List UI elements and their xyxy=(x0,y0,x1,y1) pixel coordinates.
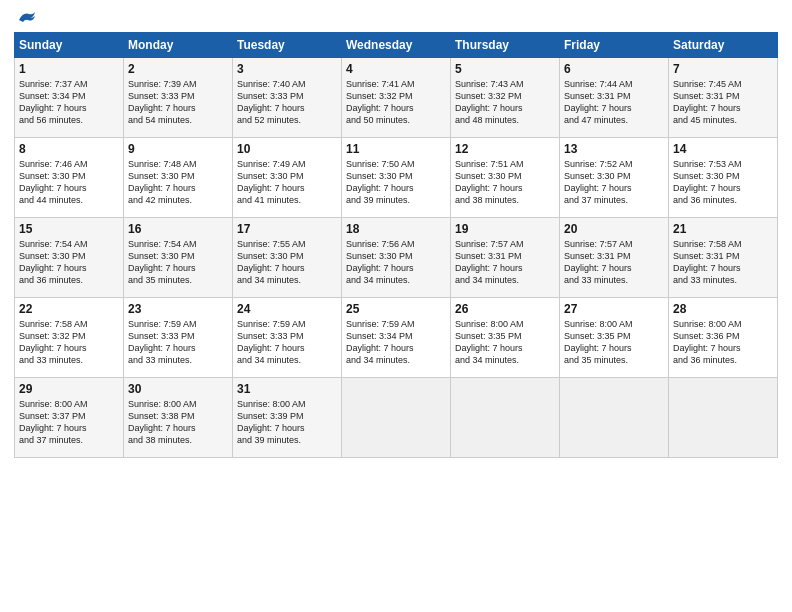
calendar-cell: 21Sunrise: 7:58 AM Sunset: 3:31 PM Dayli… xyxy=(669,218,778,298)
day-info: Sunrise: 7:40 AM Sunset: 3:33 PM Dayligh… xyxy=(237,78,337,127)
calendar-cell: 12Sunrise: 7:51 AM Sunset: 3:30 PM Dayli… xyxy=(451,138,560,218)
day-number: 9 xyxy=(128,142,228,156)
day-info: Sunrise: 7:55 AM Sunset: 3:30 PM Dayligh… xyxy=(237,238,337,287)
calendar-cell: 27Sunrise: 8:00 AM Sunset: 3:35 PM Dayli… xyxy=(560,298,669,378)
col-header-wednesday: Wednesday xyxy=(342,33,451,58)
day-info: Sunrise: 7:59 AM Sunset: 3:34 PM Dayligh… xyxy=(346,318,446,367)
day-info: Sunrise: 7:58 AM Sunset: 3:32 PM Dayligh… xyxy=(19,318,119,367)
col-header-friday: Friday xyxy=(560,33,669,58)
calendar-cell: 22Sunrise: 7:58 AM Sunset: 3:32 PM Dayli… xyxy=(15,298,124,378)
day-number: 29 xyxy=(19,382,119,396)
col-header-sunday: Sunday xyxy=(15,33,124,58)
day-info: Sunrise: 7:58 AM Sunset: 3:31 PM Dayligh… xyxy=(673,238,773,287)
day-number: 2 xyxy=(128,62,228,76)
day-info: Sunrise: 8:00 AM Sunset: 3:37 PM Dayligh… xyxy=(19,398,119,447)
calendar-cell: 6Sunrise: 7:44 AM Sunset: 3:31 PM Daylig… xyxy=(560,58,669,138)
day-number: 28 xyxy=(673,302,773,316)
col-header-thursday: Thursday xyxy=(451,33,560,58)
day-number: 16 xyxy=(128,222,228,236)
day-number: 3 xyxy=(237,62,337,76)
calendar-cell: 18Sunrise: 7:56 AM Sunset: 3:30 PM Dayli… xyxy=(342,218,451,298)
calendar-header: SundayMondayTuesdayWednesdayThursdayFrid… xyxy=(15,33,778,58)
calendar-cell: 13Sunrise: 7:52 AM Sunset: 3:30 PM Dayli… xyxy=(560,138,669,218)
day-number: 18 xyxy=(346,222,446,236)
day-number: 26 xyxy=(455,302,555,316)
calendar-week-3: 15Sunrise: 7:54 AM Sunset: 3:30 PM Dayli… xyxy=(15,218,778,298)
calendar-cell: 20Sunrise: 7:57 AM Sunset: 3:31 PM Dayli… xyxy=(560,218,669,298)
calendar-cell: 30Sunrise: 8:00 AM Sunset: 3:38 PM Dayli… xyxy=(124,378,233,458)
logo-bird-icon xyxy=(15,10,37,28)
day-info: Sunrise: 7:56 AM Sunset: 3:30 PM Dayligh… xyxy=(346,238,446,287)
day-info: Sunrise: 7:41 AM Sunset: 3:32 PM Dayligh… xyxy=(346,78,446,127)
col-header-saturday: Saturday xyxy=(669,33,778,58)
calendar-cell: 16Sunrise: 7:54 AM Sunset: 3:30 PM Dayli… xyxy=(124,218,233,298)
day-number: 17 xyxy=(237,222,337,236)
calendar-cell: 25Sunrise: 7:59 AM Sunset: 3:34 PM Dayli… xyxy=(342,298,451,378)
calendar-cell: 31Sunrise: 8:00 AM Sunset: 3:39 PM Dayli… xyxy=(233,378,342,458)
page-container: SundayMondayTuesdayWednesdayThursdayFrid… xyxy=(0,0,792,466)
calendar-cell: 14Sunrise: 7:53 AM Sunset: 3:30 PM Dayli… xyxy=(669,138,778,218)
col-header-tuesday: Tuesday xyxy=(233,33,342,58)
calendar-cell: 2Sunrise: 7:39 AM Sunset: 3:33 PM Daylig… xyxy=(124,58,233,138)
calendar-cell: 17Sunrise: 7:55 AM Sunset: 3:30 PM Dayli… xyxy=(233,218,342,298)
day-number: 15 xyxy=(19,222,119,236)
logo xyxy=(14,10,38,24)
day-info: Sunrise: 7:59 AM Sunset: 3:33 PM Dayligh… xyxy=(128,318,228,367)
calendar-cell: 5Sunrise: 7:43 AM Sunset: 3:32 PM Daylig… xyxy=(451,58,560,138)
calendar-cell: 8Sunrise: 7:46 AM Sunset: 3:30 PM Daylig… xyxy=(15,138,124,218)
day-info: Sunrise: 7:48 AM Sunset: 3:30 PM Dayligh… xyxy=(128,158,228,207)
day-number: 22 xyxy=(19,302,119,316)
day-info: Sunrise: 8:00 AM Sunset: 3:36 PM Dayligh… xyxy=(673,318,773,367)
day-info: Sunrise: 7:59 AM Sunset: 3:33 PM Dayligh… xyxy=(237,318,337,367)
day-info: Sunrise: 7:57 AM Sunset: 3:31 PM Dayligh… xyxy=(455,238,555,287)
day-info: Sunrise: 8:00 AM Sunset: 3:35 PM Dayligh… xyxy=(564,318,664,367)
calendar-cell: 23Sunrise: 7:59 AM Sunset: 3:33 PM Dayli… xyxy=(124,298,233,378)
day-info: Sunrise: 7:37 AM Sunset: 3:34 PM Dayligh… xyxy=(19,78,119,127)
day-number: 19 xyxy=(455,222,555,236)
calendar-cell: 26Sunrise: 8:00 AM Sunset: 3:35 PM Dayli… xyxy=(451,298,560,378)
day-info: Sunrise: 7:57 AM Sunset: 3:31 PM Dayligh… xyxy=(564,238,664,287)
day-info: Sunrise: 8:00 AM Sunset: 3:35 PM Dayligh… xyxy=(455,318,555,367)
day-number: 13 xyxy=(564,142,664,156)
day-number: 31 xyxy=(237,382,337,396)
day-number: 6 xyxy=(564,62,664,76)
calendar-cell: 7Sunrise: 7:45 AM Sunset: 3:31 PM Daylig… xyxy=(669,58,778,138)
calendar-cell: 3Sunrise: 7:40 AM Sunset: 3:33 PM Daylig… xyxy=(233,58,342,138)
calendar-week-4: 22Sunrise: 7:58 AM Sunset: 3:32 PM Dayli… xyxy=(15,298,778,378)
calendar-week-5: 29Sunrise: 8:00 AM Sunset: 3:37 PM Dayli… xyxy=(15,378,778,458)
calendar-cell xyxy=(669,378,778,458)
day-info: Sunrise: 7:46 AM Sunset: 3:30 PM Dayligh… xyxy=(19,158,119,207)
header-row: SundayMondayTuesdayWednesdayThursdayFrid… xyxy=(15,33,778,58)
calendar-cell xyxy=(342,378,451,458)
col-header-monday: Monday xyxy=(124,33,233,58)
calendar-cell: 1Sunrise: 7:37 AM Sunset: 3:34 PM Daylig… xyxy=(15,58,124,138)
day-info: Sunrise: 7:52 AM Sunset: 3:30 PM Dayligh… xyxy=(564,158,664,207)
day-number: 5 xyxy=(455,62,555,76)
calendar-cell: 15Sunrise: 7:54 AM Sunset: 3:30 PM Dayli… xyxy=(15,218,124,298)
calendar-cell: 19Sunrise: 7:57 AM Sunset: 3:31 PM Dayli… xyxy=(451,218,560,298)
day-number: 24 xyxy=(237,302,337,316)
day-info: Sunrise: 7:51 AM Sunset: 3:30 PM Dayligh… xyxy=(455,158,555,207)
day-info: Sunrise: 8:00 AM Sunset: 3:38 PM Dayligh… xyxy=(128,398,228,447)
day-number: 30 xyxy=(128,382,228,396)
day-info: Sunrise: 7:43 AM Sunset: 3:32 PM Dayligh… xyxy=(455,78,555,127)
calendar-cell xyxy=(451,378,560,458)
calendar-body: 1Sunrise: 7:37 AM Sunset: 3:34 PM Daylig… xyxy=(15,58,778,458)
day-number: 8 xyxy=(19,142,119,156)
day-number: 21 xyxy=(673,222,773,236)
day-info: Sunrise: 7:53 AM Sunset: 3:30 PM Dayligh… xyxy=(673,158,773,207)
calendar-cell: 4Sunrise: 7:41 AM Sunset: 3:32 PM Daylig… xyxy=(342,58,451,138)
day-number: 12 xyxy=(455,142,555,156)
calendar-cell: 29Sunrise: 8:00 AM Sunset: 3:37 PM Dayli… xyxy=(15,378,124,458)
day-info: Sunrise: 7:39 AM Sunset: 3:33 PM Dayligh… xyxy=(128,78,228,127)
day-info: Sunrise: 7:50 AM Sunset: 3:30 PM Dayligh… xyxy=(346,158,446,207)
day-info: Sunrise: 7:54 AM Sunset: 3:30 PM Dayligh… xyxy=(128,238,228,287)
day-number: 11 xyxy=(346,142,446,156)
calendar-table: SundayMondayTuesdayWednesdayThursdayFrid… xyxy=(14,32,778,458)
day-info: Sunrise: 7:45 AM Sunset: 3:31 PM Dayligh… xyxy=(673,78,773,127)
calendar-cell: 28Sunrise: 8:00 AM Sunset: 3:36 PM Dayli… xyxy=(669,298,778,378)
day-number: 23 xyxy=(128,302,228,316)
calendar-week-2: 8Sunrise: 7:46 AM Sunset: 3:30 PM Daylig… xyxy=(15,138,778,218)
day-info: Sunrise: 7:49 AM Sunset: 3:30 PM Dayligh… xyxy=(237,158,337,207)
calendar-cell: 10Sunrise: 7:49 AM Sunset: 3:30 PM Dayli… xyxy=(233,138,342,218)
